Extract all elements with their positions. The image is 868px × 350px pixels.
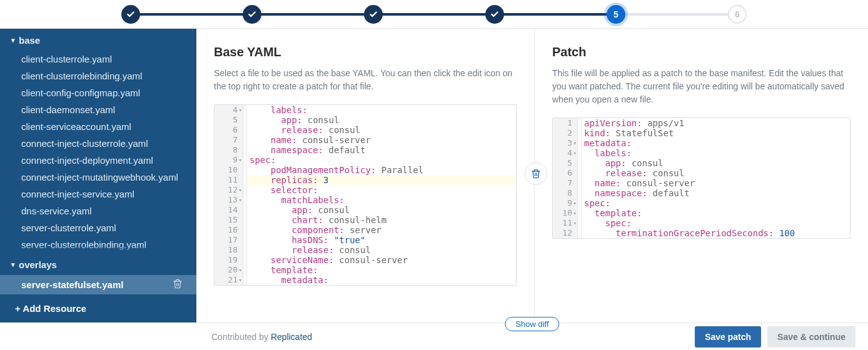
file-item[interactable]: client-clusterrole.yaml (0, 51, 196, 68)
panel-desc: Select a file to be used as the base YAM… (214, 67, 517, 93)
step-3[interactable] (364, 5, 383, 24)
step-1[interactable] (121, 5, 140, 24)
file-item[interactable]: server-statefulset.yaml (0, 275, 196, 294)
file-item[interactable]: server-clusterrolebinding.yaml (0, 236, 196, 253)
contributor-link[interactable]: Replicated (271, 332, 312, 342)
save-continue-button[interactable]: Save & continue (767, 326, 855, 348)
trash-icon (531, 168, 541, 179)
stepper: 5 6 (0, 0, 868, 29)
folder-label: overlays (19, 259, 57, 270)
base-yaml-panel: Base YAML Select a file to be used as th… (196, 29, 535, 322)
file-item[interactable]: client-serviceaccount.yaml (0, 118, 196, 135)
add-resource-button[interactable]: + Add Resource (0, 294, 196, 322)
file-item[interactable]: client-daemonset.yaml (0, 101, 196, 118)
patch-editor[interactable]: 1apiVersion: apps/v12kind: StatefulSet3▾… (552, 118, 850, 239)
save-patch-button[interactable]: Save patch (695, 326, 761, 348)
file-item[interactable]: client-clusterrolebinding.yaml (0, 68, 196, 84)
step-4[interactable] (485, 5, 504, 24)
step-6: 6 (728, 5, 747, 24)
file-tree-sidebar: ▾ base client-clusterrole.yamlclient-clu… (0, 29, 196, 322)
trash-icon[interactable] (173, 278, 183, 291)
file-item[interactable]: connect-inject-deployment.yaml (0, 152, 196, 169)
file-item[interactable]: connect-inject-mutatingwebhook.yaml (0, 169, 196, 186)
patch-panel: Patch This file will be applied as a pat… (535, 29, 868, 322)
chevron-down-icon: ▾ (11, 36, 15, 44)
file-item[interactable]: connect-inject-clusterrole.yaml (0, 135, 196, 152)
panel-title: Patch (552, 45, 850, 59)
file-item[interactable]: dns-service.yaml (0, 202, 196, 219)
chevron-down-icon: ▾ (11, 261, 15, 269)
step-2[interactable] (243, 5, 261, 24)
panel-desc: This file will be applied as a patch to … (552, 67, 850, 106)
step-5[interactable]: 5 (607, 5, 625, 24)
tree-folder-base[interactable]: ▾ base (0, 29, 196, 51)
show-diff-button[interactable]: Show diff (505, 317, 559, 331)
base-yaml-editor[interactable]: 4▾ labels:5 app: consul6 release: consul… (214, 104, 517, 286)
panel-title: Base YAML (214, 45, 517, 59)
file-item[interactable]: server-clusterrole.yaml (0, 219, 196, 236)
file-item[interactable]: client-config-configmap.yaml (0, 84, 196, 101)
tree-folder-overlays[interactable]: ▾ overlays (0, 253, 196, 275)
delete-patch-button[interactable] (525, 162, 547, 185)
folder-label: base (19, 35, 40, 46)
file-item[interactable]: connect-inject-service.yaml (0, 186, 196, 202)
contributed-by: Contributed by Replicated (211, 332, 312, 342)
